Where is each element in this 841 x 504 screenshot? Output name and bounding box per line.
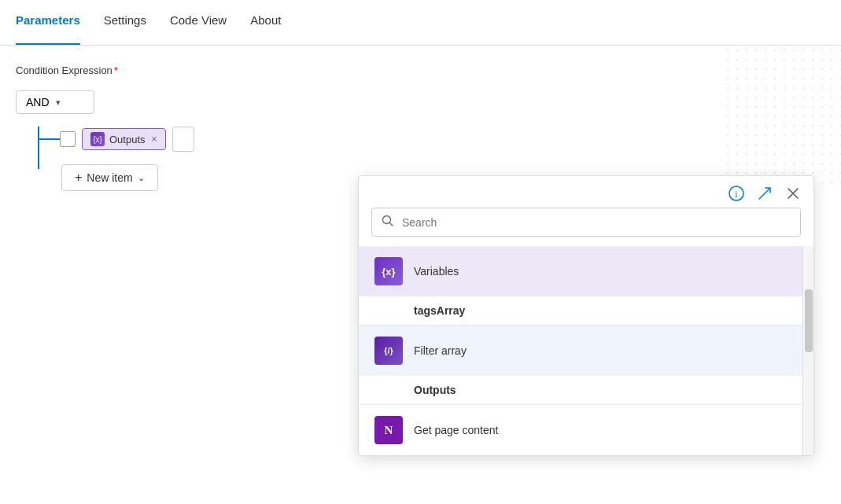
variables-icon: {x}	[374, 257, 403, 285]
token-close-btn[interactable]: ×	[152, 134, 157, 145]
panel-header: i	[359, 176, 813, 208]
tab-settings[interactable]: Settings	[104, 0, 146, 45]
main-content: Condition Expression* AND ▾ {x}	[0, 46, 841, 210]
list-item-variables[interactable]: {x} Variables	[359, 246, 802, 296]
h-branch-line	[39, 138, 60, 140]
panel-expand-button[interactable]	[757, 186, 773, 201]
tree-lines	[24, 127, 39, 191]
list-item-tagsarray[interactable]: tagsArray	[359, 296, 802, 325]
search-box	[371, 208, 801, 237]
tab-about[interactable]: About	[250, 0, 281, 45]
panel-list: {x} Variables tagsArray {/} Filter array	[359, 246, 813, 455]
and-dropdown[interactable]: AND ▾	[16, 90, 94, 114]
outputs-token: {x} Outputs ×	[82, 128, 166, 150]
panel-close-button[interactable]	[785, 186, 801, 201]
condition-label: Condition Expression*	[16, 64, 825, 76]
dotted-background	[723, 46, 841, 187]
search-icon	[382, 215, 394, 230]
chevron-down-icon: ⌄	[138, 173, 145, 183]
list-item-get-page-content[interactable]: N Get page content	[359, 405, 802, 455]
tab-bar: Parameters Settings Code View About	[0, 0, 841, 46]
chevron-down-icon: ▾	[56, 97, 61, 108]
scrollbar-thumb[interactable]	[805, 289, 813, 352]
condition-rows: {x} Outputs × + New item ⌄	[39, 127, 194, 191]
list-item-outputs[interactable]: Outputs	[359, 376, 802, 404]
scrollbar-track[interactable]	[802, 246, 813, 455]
condition-input[interactable]	[172, 127, 194, 152]
tab-parameters[interactable]: Parameters	[16, 0, 80, 45]
search-input[interactable]	[402, 216, 791, 229]
list-item-filter-array[interactable]: {/} Filter array	[359, 326, 802, 376]
dropdown-panel: i	[358, 175, 814, 456]
svg-point-2	[383, 216, 391, 224]
plus-icon: +	[75, 171, 82, 185]
tab-code-view[interactable]: Code View	[170, 0, 227, 45]
new-item-button[interactable]: + New item ⌄	[61, 164, 158, 191]
condition-row-1: {x} Outputs ×	[39, 127, 194, 152]
svg-text:i: i	[735, 189, 738, 200]
panel-info-button[interactable]: i	[728, 186, 744, 201]
onenote-icon: N	[374, 416, 403, 444]
filter-array-icon: {/}	[374, 337, 403, 365]
token-icon: {x}	[90, 132, 105, 146]
row-checkbox[interactable]	[60, 131, 76, 147]
